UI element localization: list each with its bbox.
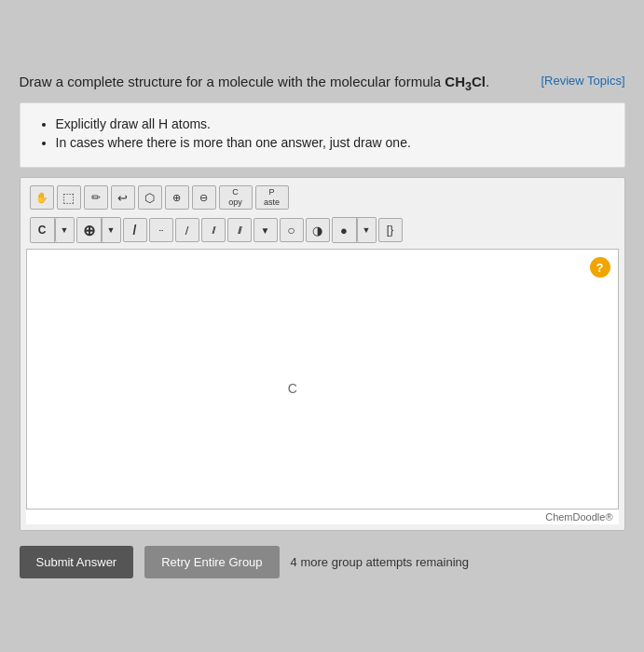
- zoom-out-tool[interactable]: ⊖: [192, 185, 216, 210]
- toolbar-row2: C ▼ ⊕ ▼ / ··· / // /// ▼ ○ ◑ ● ▼ [}: [26, 215, 619, 245]
- submit-answer-button[interactable]: Submit Answer: [20, 546, 134, 578]
- chemdoodle-label: ChemDoodle®: [26, 509, 619, 524]
- carbon-atom-tool[interactable]: C: [31, 218, 55, 242]
- hand-tool[interactable]: ✋: [30, 185, 54, 210]
- instruction-box: Explicitly draw all H atoms. In cases wh…: [20, 102, 625, 168]
- circle-dropdown[interactable]: ▼: [357, 218, 376, 242]
- help-icon[interactable]: ?: [590, 257, 610, 278]
- question-header: Draw a complete structure for a molecule…: [20, 74, 625, 93]
- retry-group-button[interactable]: Retry Entire Group: [144, 546, 279, 578]
- paste-tool[interactable]: Paste: [255, 185, 289, 210]
- circle-half-tool[interactable]: ◑: [306, 218, 330, 242]
- single-bond-tool[interactable]: /: [123, 218, 147, 242]
- dotted-bond-tool[interactable]: ···: [149, 218, 173, 242]
- circle-btn-group: ● ▼: [332, 217, 377, 243]
- bottom-bar: Submit Answer Retry Entire Group 4 more …: [20, 546, 625, 578]
- wedge-bond-3-tool[interactable]: ///: [227, 218, 252, 242]
- drawing-canvas[interactable]: C ?: [26, 249, 619, 509]
- bracket-tool[interactable]: [}: [378, 218, 403, 242]
- instruction-item-2: In cases where there is more than one an…: [56, 135, 608, 150]
- wedge-bond-2-tool[interactable]: //: [201, 218, 226, 242]
- add-atom-tool[interactable]: ⊕: [77, 218, 102, 242]
- add-atom-btn-group: ⊕ ▼: [76, 217, 121, 243]
- attempts-remaining-text: 4 more group attempts remaining: [291, 555, 469, 569]
- lasso-tool[interactable]: ⬚: [57, 185, 81, 210]
- eraser-tool[interactable]: ✏: [84, 185, 108, 210]
- carbon-btn-group: C ▼: [30, 217, 75, 243]
- formula: CH3Cl: [445, 74, 486, 89]
- page-container: Draw a complete structure for a molecule…: [20, 74, 625, 578]
- instruction-item-1: Explicitly draw all H atoms.: [56, 116, 608, 131]
- circle-full-tool[interactable]: ●: [333, 218, 357, 242]
- zoom-in-tool[interactable]: ⊕: [165, 185, 189, 210]
- cyclohexane-icon: ⬡: [144, 191, 155, 205]
- dash-bond-tool[interactable]: ▼: [253, 218, 278, 242]
- eraser-icon: ✏: [91, 191, 101, 204]
- ring-icon: ↩: [117, 191, 128, 205]
- cyclohexane-tool[interactable]: ⬡: [138, 185, 162, 210]
- question-title: Draw a complete structure for a molecule…: [20, 74, 541, 93]
- zoom-out-icon: ⊖: [199, 192, 208, 204]
- circle-empty-tool[interactable]: ○: [280, 218, 304, 242]
- toolbar-row1: ✋ ⬚ ✏ ↩ ⬡ ⊕ ⊖ Copy Paste: [26, 183, 619, 211]
- wedge-bond-1-tool[interactable]: /: [175, 218, 199, 242]
- add-atom-dropdown[interactable]: ▼: [102, 218, 120, 242]
- lasso-icon: ⬚: [62, 190, 75, 205]
- ring-tool[interactable]: ↩: [111, 185, 135, 210]
- carbon-dropdown[interactable]: ▼: [55, 218, 74, 242]
- zoom-in-icon: ⊕: [172, 192, 181, 204]
- review-topics-link[interactable]: [Review Topics]: [541, 74, 624, 88]
- instruction-list: Explicitly draw all H atoms. In cases wh…: [37, 116, 608, 150]
- chemdoodle-area: ✋ ⬚ ✏ ↩ ⬡ ⊕ ⊖ Copy Paste: [20, 177, 625, 531]
- copy-tool[interactable]: Copy: [219, 185, 253, 210]
- hand-icon: ✋: [35, 192, 48, 204]
- canvas-atom-label: C: [288, 381, 297, 396]
